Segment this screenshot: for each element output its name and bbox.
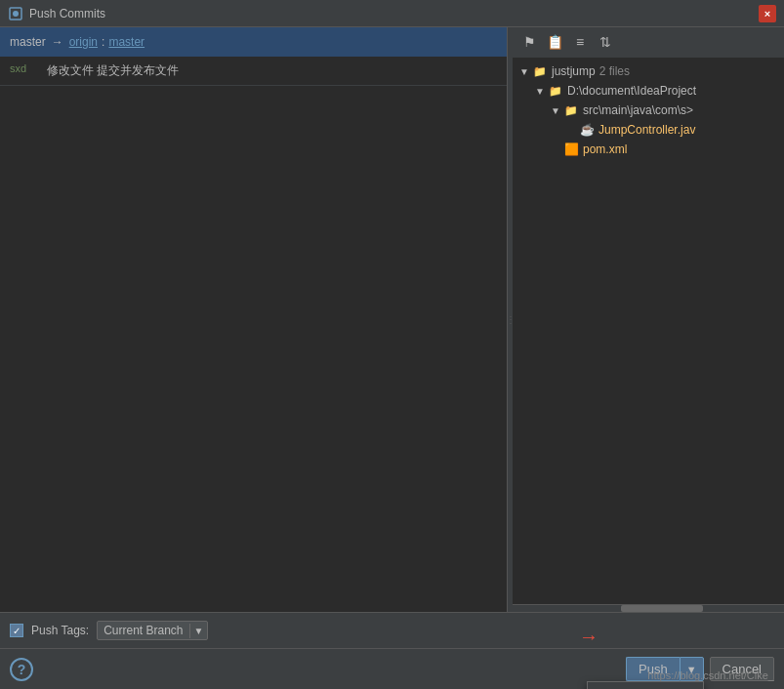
java-icon-jumpcontroller: ☕ [579,122,595,138]
tree-count-justjump: 2 files [599,64,630,78]
tree-label-justjump: justjump [552,64,596,78]
local-branch-label: master [10,35,46,49]
separator: : [102,35,104,49]
tree-item-jumpcontroller[interactable]: ☕ JumpController.jav [513,120,784,140]
red-arrow-annotation: → [579,626,598,648]
tree-item-justjump[interactable]: ▼ 📁 justjump 2 files [513,61,784,81]
commit-row: sxd 修改文件 提交并发布文件 [0,57,507,86]
bottom-bar: ✓ Push Tags: Current Branch ▼ [0,613,784,649]
commit-message: 修改文件 提交并发布文件 [47,62,179,79]
dropdown-arrow-icon: ▼ [189,624,208,638]
push-menu-item[interactable]: Push [588,682,703,689]
tree-label-pom: pom.xml [583,142,627,156]
folder-icon-ideaproject: 📁 [548,83,563,99]
toolbar-flag-button[interactable]: ⚑ [518,31,540,53]
remote-branch-label[interactable]: master [108,35,144,49]
right-toolbar: ⚑ 📋 ≡ ⇅ [513,27,784,58]
toggle-src: ▼ [548,102,563,118]
commit-hash: sxd [10,62,39,74]
remote-label[interactable]: origin [69,35,98,49]
branch-header: master → origin : master [0,27,507,57]
toolbar-sort-button[interactable]: ⇅ [595,31,616,53]
push-dropdown-menu: Push [587,681,704,689]
toggle-justjump: ▼ [516,63,532,79]
push-tags-checkbox[interactable]: ✓ [10,624,23,637]
push-tags-label: Push Tags: [31,624,89,637]
tree-item-src[interactable]: ▼ 📁 src\main\java\com\s> [513,101,784,120]
title-bar: Push Commits × [0,0,784,27]
checkbox-check: ✓ [13,626,21,636]
scrollbar-thumb [621,605,702,612]
arrow-icon: → [52,35,63,49]
toggle-pom [548,142,563,157]
close-button[interactable]: × [759,5,776,22]
svg-point-1 [13,11,19,17]
toggle-ideaproject: ▼ [532,83,548,99]
file-tree: ▼ 📁 justjump 2 files ▼ 📁 D:\document\Ide… [513,58,784,604]
title-bar-title: Push Commits [29,7,759,20]
right-pane: ⚑ 📋 ≡ ⇅ ▼ 📁 justjump 2 files ▼ 📁 D:\ [513,27,784,612]
dialog: master → origin : master sxd 修改文件 提交并发布文… [0,27,784,689]
folder-icon-justjump: 📁 [532,63,548,79]
xml-icon-pom: 🟧 [563,142,579,157]
folder-icon-src: 📁 [563,102,579,118]
tree-label-jumpcontroller: JumpController.jav [598,123,695,137]
current-branch-text: Current Branch [98,622,188,639]
toolbar-list-button[interactable]: ≡ [569,31,591,53]
tree-item-pom[interactable]: 🟧 pom.xml [513,140,784,159]
help-button[interactable]: ? [10,658,33,681]
tree-label-ideaproject: D:\document\IdeaProject [567,84,696,98]
horizontal-scrollbar[interactable] [513,604,784,612]
content-area: master → origin : master sxd 修改文件 提交并发布文… [0,27,784,613]
current-branch-dropdown[interactable]: Current Branch ▼ [97,621,208,640]
toolbar-copy-button[interactable]: 📋 [544,31,565,53]
tree-item-ideaproject[interactable]: ▼ 📁 D:\document\IdeaProject [513,81,784,101]
tree-label-src: src\main\java\com\s> [583,103,693,117]
toggle-jumpcontroller [563,122,579,138]
push-tags-checkbox-wrapper: ✓ [10,624,23,637]
watermark: https://blog.csdn.net/Cike_ [647,669,774,681]
title-bar-icon [8,6,23,21]
left-pane: master → origin : master sxd 修改文件 提交并发布文… [0,27,508,612]
